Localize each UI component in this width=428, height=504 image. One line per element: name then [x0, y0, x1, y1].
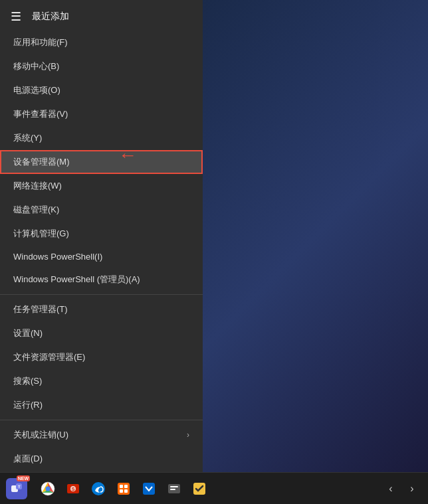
menu-item-task-manager[interactable]: 任务管理器(T): [0, 297, 203, 321]
svg-rect-58: [120, 489, 123, 493]
taskbar-nav: ‹ ›: [381, 479, 428, 498]
svg-rect-59: [124, 489, 128, 493]
svg-rect-56: [120, 485, 123, 488]
svg-point-50: [46, 486, 51, 491]
menu-item-mobility-center[interactable]: 移动中心(B): [0, 54, 203, 78]
menu-item-computer-management[interactable]: 计算机管理(G): [0, 222, 203, 246]
menu-item-network-connections[interactable]: 网络连接(W): [0, 174, 203, 198]
menu-item-desktop[interactable]: 桌面(D): [0, 447, 203, 471]
menu-item-search[interactable]: 搜索(S): [0, 369, 203, 393]
svg-text:T: T: [18, 485, 21, 489]
svg-rect-63: [170, 489, 175, 490]
hamburger-icon[interactable]: ☰: [11, 9, 21, 24]
menu-title: 最近添加: [32, 11, 69, 23]
menu-item-powershell-admin[interactable]: Windows PowerShell (管理员)(A): [0, 268, 203, 292]
svg-rect-60: [143, 483, 155, 495]
teams-icon: T NEW: [6, 478, 27, 499]
menu-divider: [0, 420, 203, 420]
menu-header: ☰ 最近添加: [0, 0, 203, 31]
menu-item-settings[interactable]: 设置(N): [0, 321, 203, 345]
menu-item-system[interactable]: 系统(Y): [0, 126, 203, 150]
svg-rect-55: [118, 483, 130, 495]
nav-back-button[interactable]: ‹: [381, 479, 400, 498]
menu-item-disk-management[interactable]: 磁盘管理(K): [0, 198, 203, 222]
svg-text:S: S: [72, 487, 75, 491]
teams-taskbar-icon[interactable]: T NEW: [0, 473, 33, 505]
menu-item-power-options[interactable]: 电源选项(O): [0, 78, 203, 102]
taskbar-gray-icon[interactable]: [162, 477, 186, 501]
teams-new-badge: NEW: [17, 475, 30, 481]
menu-item-apps-features[interactable]: 应用和功能(F): [0, 31, 203, 54]
menu-item-event-viewer[interactable]: 事件查看器(V): [0, 102, 203, 126]
menu-item-powershell[interactable]: Windows PowerShell(I): [0, 246, 203, 268]
chevron-right-icon: ›: [187, 430, 189, 440]
svg-rect-62: [170, 486, 178, 487]
taskbar-blue-icon[interactable]: [137, 477, 161, 501]
taskbar-orange-icon[interactable]: [112, 477, 136, 501]
svg-rect-57: [124, 485, 128, 488]
taskbar-chrome-icon[interactable]: [36, 477, 60, 501]
taskbar-edge-icon[interactable]: [86, 477, 110, 501]
taskbar-red-icon[interactable]: S: [61, 477, 85, 501]
nav-forward-button[interactable]: ›: [403, 479, 421, 498]
menu-item-run[interactable]: 运行(R): [0, 393, 203, 417]
menu-divider: [0, 294, 203, 295]
taskbar: T NEW S: [0, 472, 428, 504]
menu-items-list: 应用和功能(F)移动中心(B)电源选项(O)事件查看器(V)系统(Y)设备管理器…: [0, 31, 203, 471]
taskbar-yellow-icon[interactable]: [187, 477, 211, 501]
menu-item-device-manager[interactable]: 设备管理器(M): [0, 150, 203, 174]
menu-item-file-explorer[interactable]: 文件资源管理器(E): [0, 345, 203, 369]
menu-item-shutdown[interactable]: 关机或注销(U)›: [0, 423, 203, 447]
context-menu: ☰ 最近添加 应用和功能(F)移动中心(B)电源选项(O)事件查看器(V)系统(…: [0, 0, 203, 472]
taskbar-icons-row: S: [33, 477, 381, 501]
